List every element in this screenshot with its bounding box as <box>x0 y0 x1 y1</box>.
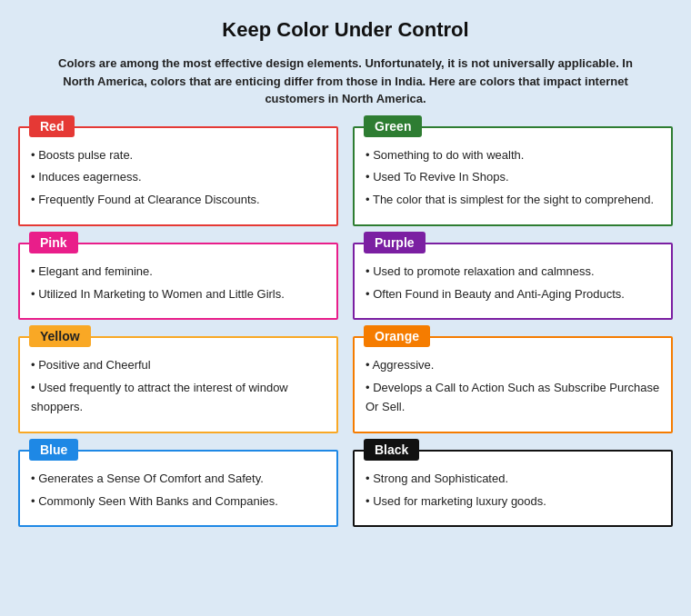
card-label-green: Green <box>364 115 422 137</box>
list-item: Boosts pulse rate. <box>31 146 325 165</box>
card-label-yellow: Yellow <box>29 325 91 347</box>
card-content-orange: Aggressive.Develops a Call to Action Suc… <box>366 356 660 416</box>
color-card-yellow: YellowPositive and CheerfulUsed frequent… <box>18 336 338 432</box>
color-card-pink: PinkElegant and feminine.Utilized In Mar… <box>18 243 338 321</box>
list-item: Used to promote relaxation and calmness. <box>366 263 660 282</box>
color-card-green: GreenSomething to do with wealth.Used To… <box>353 126 673 226</box>
list-item: Elegant and feminine. <box>31 263 325 282</box>
card-content-red: Boosts pulse rate.Induces eagerness.Freq… <box>31 146 325 210</box>
card-content-yellow: Positive and CheerfulUsed frequently to … <box>31 356 325 416</box>
list-item: Frequently Found at Clearance Discounts. <box>31 191 325 210</box>
color-card-red: RedBoosts pulse rate.Induces eagerness.F… <box>18 126 338 226</box>
card-content-black: Strong and Sophisticated.Used for market… <box>366 470 660 512</box>
color-card-blue: BlueGenerates a Sense Of Comfort and Saf… <box>18 450 338 528</box>
card-label-black: Black <box>364 439 419 461</box>
card-label-blue: Blue <box>29 439 78 461</box>
list-item: Utilized In Marketing to Women and Littl… <box>31 285 325 304</box>
list-item: Strong and Sophisticated. <box>366 470 660 489</box>
list-item: Positive and Cheerful <box>31 356 325 375</box>
color-grid: RedBoosts pulse rate.Induces eagerness.F… <box>18 126 673 528</box>
intro-text: Colors are among the most effective desi… <box>18 55 673 108</box>
list-item: The color that is simplest for the sight… <box>366 191 660 210</box>
card-content-green: Something to do with wealth.Used To Revi… <box>366 146 660 210</box>
card-label-orange: Orange <box>364 325 430 347</box>
card-content-pink: Elegant and feminine.Utilized In Marketi… <box>31 263 325 304</box>
card-label-pink: Pink <box>29 232 78 253</box>
page-title: Keep Color Under Control <box>18 18 673 42</box>
list-item: Often Found in Beauty and Anti-Aging Pro… <box>366 285 660 304</box>
list-item: Used for marketing luxury goods. <box>366 492 660 512</box>
list-item: Generates a Sense Of Comfort and Safety. <box>31 470 325 489</box>
list-item: Aggressive. <box>366 356 660 375</box>
list-item: Something to do with wealth. <box>366 146 660 165</box>
card-content-purple: Used to promote relaxation and calmness.… <box>366 263 660 304</box>
list-item: Used To Revive In Shops. <box>366 168 660 187</box>
list-item: Commonly Seen With Banks and Companies. <box>31 492 325 512</box>
card-label-red: Red <box>29 115 75 137</box>
card-content-blue: Generates a Sense Of Comfort and Safety.… <box>31 470 325 512</box>
color-card-purple: PurpleUsed to promote relaxation and cal… <box>353 243 673 321</box>
card-label-purple: Purple <box>364 232 426 253</box>
list-item: Used frequently to attract the interest … <box>31 379 325 417</box>
color-card-black: BlackStrong and Sophisticated.Used for m… <box>353 450 673 528</box>
list-item: Develops a Call to Action Such as Subscr… <box>366 379 660 417</box>
list-item: Induces eagerness. <box>31 168 325 187</box>
color-card-orange: OrangeAggressive.Develops a Call to Acti… <box>353 336 673 432</box>
